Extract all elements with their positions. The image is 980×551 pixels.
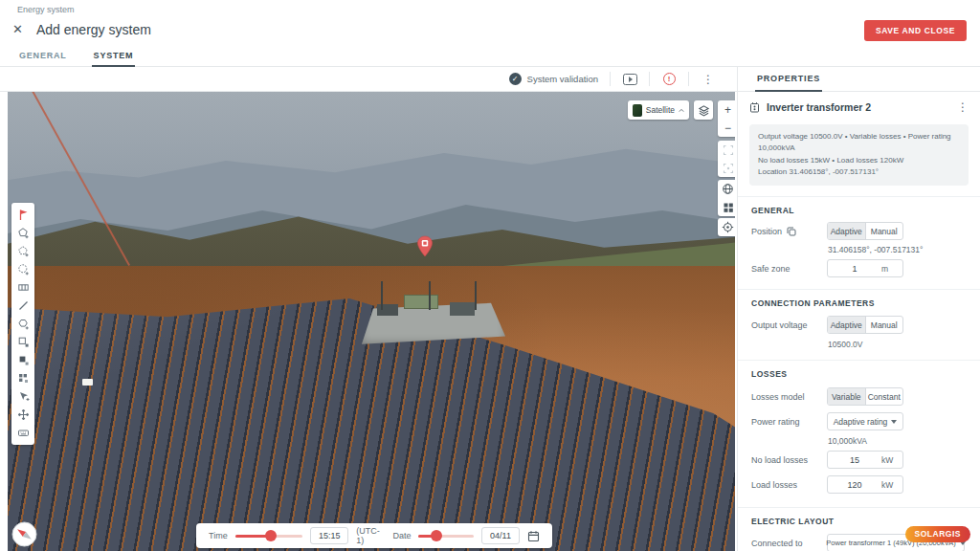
- section-connection: CONNECTION PARAMETERS Output voltage Ada…: [738, 298, 980, 360]
- load-losses-label: Load losses: [751, 480, 827, 490]
- breadcrumb[interactable]: Energy system: [17, 5, 75, 14]
- divider: [738, 289, 980, 290]
- draw-polygon-tool[interactable]: [11, 224, 34, 242]
- globe-3d-button[interactable]: [718, 180, 735, 198]
- properties-tabs: PROPERTIES: [738, 67, 980, 92]
- solar-table-tool[interactable]: [11, 278, 34, 297]
- system-validation-label: System validation: [527, 74, 598, 84]
- zoom-out-button[interactable]: −: [718, 119, 735, 137]
- safe-zone-label: Safe zone: [751, 264, 827, 274]
- output-voltage-adaptive-option[interactable]: Adaptive: [828, 317, 865, 333]
- substation: [362, 291, 505, 346]
- section-general: GENERAL Position Adaptive Manual 31.4061…: [738, 206, 980, 289]
- calendar-button[interactable]: [527, 530, 540, 542]
- position-manual-option[interactable]: Manual: [865, 223, 903, 239]
- view-fit-controls: [718, 141, 735, 177]
- object-outline-tool[interactable]: [11, 333, 34, 351]
- losses-model-label: Losses model: [751, 392, 827, 402]
- solargis-logo[interactable]: SOLARGIS: [905, 526, 970, 542]
- time-slider-fill: [235, 535, 269, 538]
- utc-label: (UTC-1): [356, 526, 385, 545]
- power-rating-dropdown[interactable]: Adaptive rating: [827, 412, 903, 430]
- tab-system[interactable]: SYSTEM: [80, 46, 147, 66]
- position-mode-toggle: Adaptive Manual: [827, 222, 903, 240]
- time-slider-handle[interactable]: [265, 530, 277, 541]
- focus-controls: [718, 218, 735, 236]
- validation-issues-button[interactable]: !: [650, 73, 688, 85]
- map-menu-button[interactable]: ⋮: [689, 74, 727, 85]
- draw-line-tool[interactable]: [11, 297, 34, 315]
- copy-icon[interactable]: [787, 227, 796, 236]
- properties-panel: PROPERTIES Inverter transformer 2 ⋮ Outp…: [737, 67, 980, 551]
- select-flag-tool[interactable]: [11, 206, 34, 224]
- output-voltage-row: Output voltage Adaptive Manual: [751, 316, 967, 335]
- date-slider[interactable]: [418, 535, 474, 538]
- device-name: Inverter transformer 2: [767, 101, 950, 113]
- position-adaptive-option[interactable]: Adaptive: [828, 223, 865, 239]
- object-grid-tool[interactable]: [11, 369, 34, 387]
- losses-variable-option[interactable]: Variable: [828, 388, 865, 405]
- losses-constant-option[interactable]: Constant: [865, 388, 903, 405]
- map-canvas[interactable]: Satellite + −: [8, 92, 735, 551]
- globe-grid-controls: [718, 180, 735, 216]
- basemap-selector[interactable]: Satellite: [628, 100, 689, 120]
- drawing-tool-rail: [11, 203, 34, 445]
- date-slider-handle[interactable]: [431, 530, 442, 541]
- title-bar: ✕ Add energy system SAVE AND CLOSE: [0, 17, 980, 46]
- focus-target-button[interactable]: [718, 218, 735, 236]
- no-load-losses-label: No load losses: [751, 455, 827, 465]
- run-preview-button[interactable]: [611, 74, 649, 85]
- satellite-thumbnail-icon: [633, 104, 642, 117]
- position-row: Position Adaptive Manual: [751, 222, 967, 241]
- date-label: Date: [392, 531, 411, 540]
- apps-grid-button[interactable]: [718, 198, 735, 216]
- system-validation-button[interactable]: ✓ System validation: [498, 73, 610, 85]
- losses-model-toggle: Variable Constant: [827, 387, 903, 406]
- select-arrow-tool[interactable]: [11, 387, 34, 406]
- time-date-bar: Time (UTC-1) Date: [196, 523, 552, 548]
- zoom-in-button[interactable]: +: [718, 100, 735, 119]
- load-losses-unit: kW: [881, 480, 902, 490]
- move-tool[interactable]: [11, 406, 34, 424]
- safe-zone-field: m: [827, 259, 903, 277]
- electric-layout-header: ELECTRIC LAYOUT: [751, 517, 967, 526]
- date-input[interactable]: [481, 527, 520, 544]
- time-input[interactable]: [310, 527, 348, 544]
- position-coordinates: 31.406158°, -007.517131°: [828, 245, 967, 254]
- draw-module-area-tool[interactable]: [11, 242, 34, 260]
- close-icon[interactable]: ✕: [12, 22, 23, 36]
- draw-exclusion-area-tool[interactable]: [11, 315, 34, 333]
- load-losses-input[interactable]: [828, 480, 881, 490]
- layers-button[interactable]: [694, 100, 713, 120]
- object-filled-tool[interactable]: [11, 351, 34, 369]
- no-load-losses-row: No load losses kW: [751, 451, 967, 470]
- summary-line-1: Output voltage 10500.0V • Variable losse…: [758, 131, 960, 155]
- calendar-icon: [527, 530, 540, 542]
- save-and-close-button[interactable]: SAVE AND CLOSE: [864, 20, 967, 41]
- device-summary-card: Output voltage 10500.0V • Variable losse…: [749, 124, 969, 186]
- position-label-wrap: Position: [751, 227, 827, 236]
- map-toolbar-row: ✓ System validation ! ⋮: [0, 67, 737, 92]
- no-load-losses-field: kW: [827, 451, 903, 469]
- time-slider[interactable]: [235, 535, 303, 538]
- no-load-losses-input[interactable]: [828, 455, 881, 465]
- compass-control[interactable]: [11, 521, 37, 547]
- main-tabs: GENERAL SYSTEM: [0, 46, 980, 67]
- device-header: Inverter transformer 2 ⋮: [738, 92, 980, 122]
- device-menu-button[interactable]: ⋮: [957, 101, 969, 113]
- basemap-label: Satellite: [646, 105, 675, 115]
- time-label: Time: [209, 531, 228, 540]
- output-voltage-manual-option[interactable]: Manual: [865, 317, 903, 333]
- losses-header: LOSSES: [751, 369, 967, 379]
- selected-device-pin[interactable]: [416, 235, 434, 258]
- keyboard-shortcuts-tool[interactable]: [11, 424, 34, 442]
- caret-down-icon: [891, 420, 897, 424]
- output-voltage-label: Output voltage: [751, 320, 827, 330]
- fit-view-button[interactable]: [718, 141, 735, 159]
- tab-general[interactable]: GENERAL: [6, 46, 80, 66]
- safe-zone-input[interactable]: [828, 264, 881, 274]
- draw-exclusion-circle-tool[interactable]: [11, 260, 34, 278]
- reset-view-button[interactable]: [718, 159, 735, 177]
- tab-properties[interactable]: PROPERTIES: [757, 67, 820, 91]
- position-label: Position: [751, 227, 782, 236]
